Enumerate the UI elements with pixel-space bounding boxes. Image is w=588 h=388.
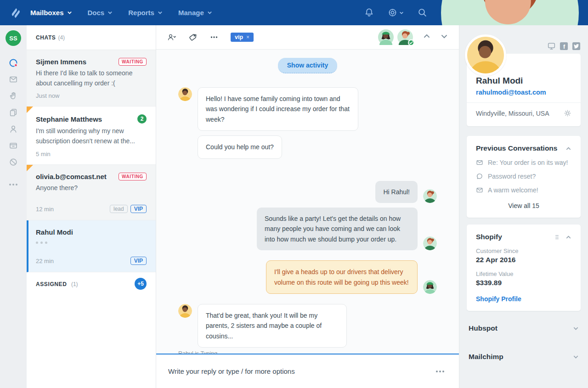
customer-email-link[interactable]: rahulmodi@toast.com	[476, 89, 571, 96]
mailchimp-title: Mailchimp	[469, 353, 503, 361]
typing-status: Rahul is Typing...	[178, 348, 437, 354]
previous-conversation-item[interactable]: Re: Your order is on its way!	[476, 159, 571, 166]
message-row: That'd be great, thank you! It will be m…	[178, 304, 437, 348]
vip-tag: VIP	[130, 257, 147, 265]
chat-item-preview: Anyone there?	[36, 183, 147, 193]
previous-conversation-chevron-up-icon[interactable]	[423, 33, 430, 42]
left-icon-rail: SS	[0, 25, 27, 388]
customer-profile-avatar[interactable]	[465, 34, 506, 76]
message-row: Hello! I have some family coming into to…	[178, 87, 437, 131]
nav-item-reports[interactable]: Reports	[128, 9, 163, 17]
agent-message-bubble: Sounds like a party! Let's get the detai…	[257, 208, 418, 250]
customer-channels: f	[547, 42, 581, 51]
participant-avatar-agent2[interactable]	[378, 29, 394, 45]
agent-avatar	[423, 189, 437, 203]
field-label: Customer Since	[476, 247, 571, 254]
chat-widget-icon[interactable]	[547, 42, 556, 51]
field-value: 22 Apr 2016	[476, 256, 571, 264]
chats-section-header: CHATS (4)	[27, 25, 156, 50]
more-ellipsis-icon[interactable]	[209, 33, 219, 42]
twitter-icon[interactable]	[572, 42, 581, 51]
customer-location: Windyville, Missouri, USA	[476, 110, 549, 117]
chat-item-name: olivia.b@comcast.net	[36, 173, 107, 180]
assigned-section-header[interactable]: ASSIGNED (1) +5	[27, 272, 156, 295]
chat-list-item-stephanie[interactable]: Stephanie Matthews 2 I'm still wondering…	[27, 107, 156, 164]
copy-pages-icon[interactable]	[8, 107, 18, 118]
mailchimp-section-toggle[interactable]: Mailchimp	[467, 346, 581, 368]
workspace-avatar[interactable]: SS	[6, 30, 21, 46]
chat-list-item-olivia[interactable]: olivia.b@comcast.net WAITING Anyone ther…	[27, 165, 156, 221]
raised-hand-icon[interactable]	[8, 91, 18, 101]
avatar	[378, 29, 394, 45]
divider	[467, 102, 581, 103]
conversation-label: Re: Your order is on its way!	[488, 159, 568, 166]
hubspot-title: Hubspot	[469, 324, 498, 332]
nav-item-label: Reports	[128, 9, 154, 17]
person-icon[interactable]	[8, 124, 18, 134]
message-row: Could you help me out?	[178, 135, 437, 158]
vip-tag-chip[interactable]: vip ×	[231, 33, 254, 42]
search-icon[interactable]	[418, 8, 427, 17]
chip-label: vip	[235, 34, 243, 40]
nav-menu: Mailboxes Docs Reports Manage	[30, 9, 212, 17]
customer-message-bubble: That'd be great, thank you! It will be m…	[198, 304, 347, 348]
reply-composer	[156, 354, 459, 388]
customer-name: Rahul Modi	[476, 76, 571, 86]
more-ellipsis-icon[interactable]	[9, 184, 17, 186]
conversation-panel: vip ×	[156, 25, 459, 388]
nav-item-manage[interactable]: Manage	[178, 9, 212, 17]
previous-conversations-card: Previous Conversations Re: Your order is…	[467, 136, 581, 218]
tag-icon[interactable]	[188, 33, 198, 42]
typing-indicator-dots	[36, 242, 147, 244]
drag-grid-icon[interactable]	[554, 234, 560, 240]
message-row: Hi Rahul!	[178, 181, 437, 203]
hubspot-section-toggle[interactable]: Hubspot	[467, 317, 581, 339]
priority-corner-marker	[27, 165, 33, 171]
assigned-overflow-badge: +5	[135, 278, 147, 290]
chat-list-item-sijmen[interactable]: Sijmen Immens WAITING Hi there I'd like …	[27, 50, 156, 107]
remove-tag-icon[interactable]: ×	[246, 34, 249, 40]
customer-avatar	[178, 87, 192, 101]
customer-message-bubble: Could you help me out?	[198, 135, 282, 158]
blocked-icon[interactable]	[8, 157, 18, 167]
envelope-icon[interactable]	[8, 74, 18, 84]
shopify-card: Shopify Customer Since 22 Apr 2016 Lifet…	[467, 225, 581, 311]
reply-input[interactable]	[168, 367, 433, 375]
nav-item-mailboxes[interactable]: Mailboxes	[30, 9, 72, 17]
nav-item-label: Docs	[88, 9, 105, 17]
assigned-title: ASSIGNED	[36, 281, 67, 287]
view-all-link[interactable]: View all 15	[476, 202, 571, 209]
chat-item-time: Just now	[36, 92, 59, 99]
assigned-count: (1)	[71, 281, 78, 287]
assign-person-icon[interactable]	[167, 33, 176, 42]
composer-options-icon[interactable]	[433, 368, 447, 375]
nav-item-docs[interactable]: Docs	[88, 9, 113, 17]
bell-icon[interactable]	[364, 8, 374, 17]
shopify-profile-link[interactable]: Shopify Profile	[476, 295, 571, 303]
beacon-chat-icon[interactable]	[8, 58, 18, 68]
participant-avatar-agent1[interactable]	[397, 29, 413, 45]
chat-item-time: 12 min	[36, 206, 54, 213]
message-row: I'll give a heads up to our drivers that…	[178, 260, 437, 294]
collapse-chevron-up-icon[interactable]	[565, 146, 571, 152]
previous-conversation-item[interactable]: Password reset?	[476, 173, 571, 180]
agent-message-bubble: Hi Rahul!	[375, 181, 418, 203]
shopify-title: Shopify	[476, 233, 502, 241]
agent-avatar	[423, 236, 437, 250]
previous-conversations-title: Previous Conversations	[476, 144, 557, 152]
unread-count-badge: 2	[137, 114, 147, 124]
show-activity-button[interactable]: Show activity	[278, 58, 337, 73]
gear-icon[interactable]	[564, 109, 571, 117]
next-conversation-chevron-down-icon[interactable]	[441, 33, 448, 42]
chat-item-preview: I'm still wondering why my new subscript…	[36, 126, 147, 146]
help-ring-icon[interactable]	[388, 8, 404, 17]
chat-list-item-rahul-selected[interactable]: Rahul Modi 22 min VIP	[27, 220, 156, 272]
field-value: $339.89	[476, 279, 571, 287]
previous-conversation-item[interactable]: A warm welcome!	[476, 186, 571, 194]
archive-box-icon[interactable]	[8, 141, 18, 151]
collapse-chevron-up-icon[interactable]	[565, 234, 571, 240]
helpscout-logo-icon[interactable]	[9, 6, 23, 20]
conversation-toolbar: vip ×	[156, 25, 459, 50]
facebook-icon[interactable]: f	[560, 42, 568, 51]
top-nav: Mailboxes Docs Reports Manage	[0, 0, 588, 25]
